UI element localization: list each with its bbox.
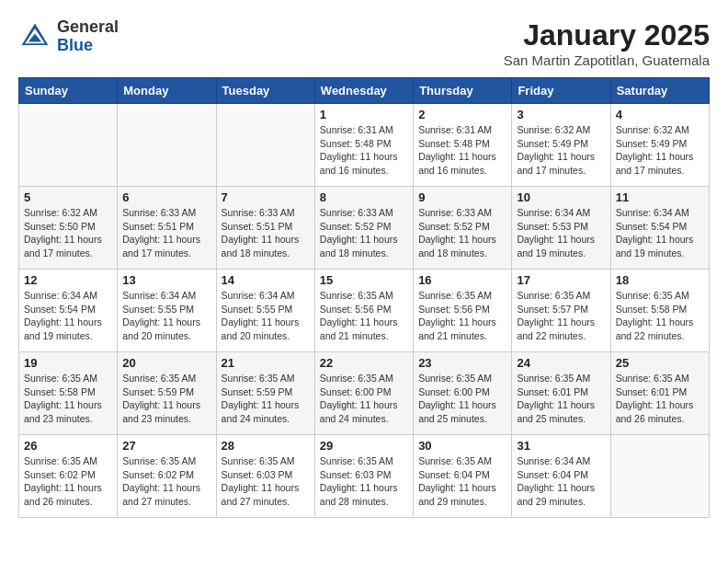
day-number: 11 bbox=[616, 190, 704, 204]
day-header-monday: Monday bbox=[118, 78, 216, 104]
day-header-friday: Friday bbox=[512, 78, 610, 104]
calendar-cell bbox=[216, 104, 314, 187]
week-row-3: 12Sunrise: 6:34 AM Sunset: 5:54 PM Dayli… bbox=[19, 270, 710, 352]
day-number: 19 bbox=[24, 356, 112, 370]
day-number: 31 bbox=[517, 439, 605, 453]
day-info: Sunrise: 6:35 AM Sunset: 5:59 PM Dayligh… bbox=[122, 372, 210, 426]
day-number: 23 bbox=[418, 356, 506, 370]
day-number: 28 bbox=[222, 439, 310, 453]
day-number: 18 bbox=[616, 273, 704, 287]
logo-icon bbox=[18, 20, 51, 53]
day-info: Sunrise: 6:31 AM Sunset: 5:48 PM Dayligh… bbox=[320, 123, 408, 178]
day-info: Sunrise: 6:33 AM Sunset: 5:52 PM Dayligh… bbox=[418, 206, 506, 260]
calendar-cell: 29Sunrise: 6:35 AM Sunset: 6:03 PM Dayli… bbox=[314, 435, 413, 518]
calendar-cell: 31Sunrise: 6:34 AM Sunset: 6:04 PM Dayli… bbox=[512, 435, 610, 518]
day-info: Sunrise: 6:33 AM Sunset: 5:51 PM Dayligh… bbox=[222, 206, 310, 260]
day-number: 17 bbox=[517, 273, 605, 287]
day-number: 27 bbox=[122, 439, 210, 453]
calendar-cell: 14Sunrise: 6:34 AM Sunset: 5:55 PM Dayli… bbox=[216, 270, 314, 352]
day-number: 4 bbox=[616, 108, 704, 121]
day-number: 20 bbox=[122, 356, 210, 370]
day-info: Sunrise: 6:35 AM Sunset: 6:02 PM Dayligh… bbox=[24, 454, 112, 509]
page-header: General Blue January 2025 San Martin Zap… bbox=[18, 18, 710, 68]
day-info: Sunrise: 6:31 AM Sunset: 5:48 PM Dayligh… bbox=[418, 123, 506, 178]
calendar-cell: 26Sunrise: 6:35 AM Sunset: 6:02 PM Dayli… bbox=[19, 435, 118, 518]
calendar-cell: 6Sunrise: 6:33 AM Sunset: 5:51 PM Daylig… bbox=[118, 187, 216, 270]
day-info: Sunrise: 6:35 AM Sunset: 5:58 PM Dayligh… bbox=[24, 372, 112, 426]
logo-blue: Blue bbox=[57, 37, 119, 55]
calendar-cell bbox=[19, 104, 118, 187]
calendar-cell: 25Sunrise: 6:35 AM Sunset: 6:01 PM Dayli… bbox=[610, 352, 709, 435]
day-header-thursday: Thursday bbox=[414, 78, 512, 104]
day-number: 5 bbox=[24, 190, 112, 204]
day-info: Sunrise: 6:35 AM Sunset: 5:59 PM Dayligh… bbox=[222, 372, 310, 426]
logo-general: General bbox=[57, 18, 119, 37]
logo: General Blue bbox=[18, 18, 119, 55]
calendar-cell bbox=[118, 104, 216, 187]
day-number: 1 bbox=[320, 108, 408, 121]
calendar-table: SundayMondayTuesdayWednesdayThursdayFrid… bbox=[18, 77, 710, 518]
day-number: 16 bbox=[418, 273, 506, 287]
calendar-cell: 21Sunrise: 6:35 AM Sunset: 5:59 PM Dayli… bbox=[216, 352, 314, 435]
calendar-cell: 28Sunrise: 6:35 AM Sunset: 6:03 PM Dayli… bbox=[216, 435, 314, 518]
calendar-cell: 16Sunrise: 6:35 AM Sunset: 5:56 PM Dayli… bbox=[414, 270, 512, 352]
day-number: 14 bbox=[222, 273, 310, 287]
calendar-cell: 3Sunrise: 6:32 AM Sunset: 5:49 PM Daylig… bbox=[512, 104, 610, 187]
calendar-cell: 11Sunrise: 6:34 AM Sunset: 5:54 PM Dayli… bbox=[610, 187, 709, 270]
day-number: 7 bbox=[222, 190, 310, 204]
day-info: Sunrise: 6:35 AM Sunset: 6:03 PM Dayligh… bbox=[222, 454, 310, 509]
calendar-cell: 4Sunrise: 6:32 AM Sunset: 5:49 PM Daylig… bbox=[610, 104, 709, 187]
day-number: 21 bbox=[222, 356, 310, 370]
day-number: 25 bbox=[616, 356, 704, 370]
day-header-wednesday: Wednesday bbox=[314, 78, 413, 104]
day-number: 30 bbox=[418, 439, 506, 453]
title-block: January 2025 San Martin Zapotitlan, Guat… bbox=[504, 18, 710, 68]
calendar-cell: 24Sunrise: 6:35 AM Sunset: 6:01 PM Dayli… bbox=[512, 352, 610, 435]
day-info: Sunrise: 6:35 AM Sunset: 5:56 PM Dayligh… bbox=[320, 289, 408, 343]
day-number: 3 bbox=[517, 108, 605, 121]
day-info: Sunrise: 6:35 AM Sunset: 6:01 PM Dayligh… bbox=[616, 372, 704, 426]
day-info: Sunrise: 6:34 AM Sunset: 5:55 PM Dayligh… bbox=[222, 289, 310, 343]
day-info: Sunrise: 6:35 AM Sunset: 5:58 PM Dayligh… bbox=[616, 289, 704, 343]
calendar-cell: 15Sunrise: 6:35 AM Sunset: 5:56 PM Dayli… bbox=[314, 270, 413, 352]
day-info: Sunrise: 6:33 AM Sunset: 5:51 PM Dayligh… bbox=[122, 206, 210, 260]
day-number: 15 bbox=[320, 273, 408, 287]
day-info: Sunrise: 6:35 AM Sunset: 6:00 PM Dayligh… bbox=[418, 372, 506, 426]
calendar-cell bbox=[610, 435, 709, 518]
calendar-subtitle: San Martin Zapotitlan, Guatemala bbox=[504, 52, 710, 68]
day-info: Sunrise: 6:33 AM Sunset: 5:52 PM Dayligh… bbox=[320, 206, 408, 260]
calendar-cell: 7Sunrise: 6:33 AM Sunset: 5:51 PM Daylig… bbox=[216, 187, 314, 270]
day-info: Sunrise: 6:32 AM Sunset: 5:49 PM Dayligh… bbox=[616, 123, 704, 178]
calendar-cell: 23Sunrise: 6:35 AM Sunset: 6:00 PM Dayli… bbox=[414, 352, 512, 435]
calendar-cell: 30Sunrise: 6:35 AM Sunset: 6:04 PM Dayli… bbox=[414, 435, 512, 518]
calendar-cell: 27Sunrise: 6:35 AM Sunset: 6:02 PM Dayli… bbox=[118, 435, 216, 518]
day-info: Sunrise: 6:32 AM Sunset: 5:49 PM Dayligh… bbox=[517, 123, 605, 178]
day-header-sunday: Sunday bbox=[19, 78, 118, 104]
day-number: 8 bbox=[320, 190, 408, 204]
week-row-4: 19Sunrise: 6:35 AM Sunset: 5:58 PM Dayli… bbox=[19, 352, 710, 435]
day-number: 12 bbox=[24, 273, 112, 287]
day-header-saturday: Saturday bbox=[610, 78, 709, 104]
day-number: 2 bbox=[418, 108, 506, 121]
calendar-cell: 17Sunrise: 6:35 AM Sunset: 5:57 PM Dayli… bbox=[512, 270, 610, 352]
week-row-5: 26Sunrise: 6:35 AM Sunset: 6:02 PM Dayli… bbox=[19, 435, 710, 518]
calendar-cell: 5Sunrise: 6:32 AM Sunset: 5:50 PM Daylig… bbox=[19, 187, 118, 270]
day-number: 9 bbox=[418, 190, 506, 204]
calendar-cell: 22Sunrise: 6:35 AM Sunset: 6:00 PM Dayli… bbox=[314, 352, 413, 435]
calendar-cell: 9Sunrise: 6:33 AM Sunset: 5:52 PM Daylig… bbox=[414, 187, 512, 270]
day-info: Sunrise: 6:34 AM Sunset: 6:04 PM Dayligh… bbox=[517, 454, 605, 509]
day-info: Sunrise: 6:35 AM Sunset: 5:56 PM Dayligh… bbox=[418, 289, 506, 343]
calendar-title: January 2025 bbox=[504, 18, 710, 52]
day-info: Sunrise: 6:35 AM Sunset: 6:04 PM Dayligh… bbox=[418, 454, 506, 509]
day-info: Sunrise: 6:32 AM Sunset: 5:50 PM Dayligh… bbox=[24, 206, 112, 260]
calendar-cell: 13Sunrise: 6:34 AM Sunset: 5:55 PM Dayli… bbox=[118, 270, 216, 352]
calendar-cell: 2Sunrise: 6:31 AM Sunset: 5:48 PM Daylig… bbox=[414, 104, 512, 187]
calendar-cell: 18Sunrise: 6:35 AM Sunset: 5:58 PM Dayli… bbox=[610, 270, 709, 352]
day-header-tuesday: Tuesday bbox=[216, 78, 314, 104]
day-number: 10 bbox=[517, 190, 605, 204]
day-number: 24 bbox=[517, 356, 605, 370]
day-number: 29 bbox=[320, 439, 408, 453]
day-number: 13 bbox=[122, 273, 210, 287]
day-info: Sunrise: 6:35 AM Sunset: 6:00 PM Dayligh… bbox=[320, 372, 408, 426]
day-number: 26 bbox=[24, 439, 112, 453]
